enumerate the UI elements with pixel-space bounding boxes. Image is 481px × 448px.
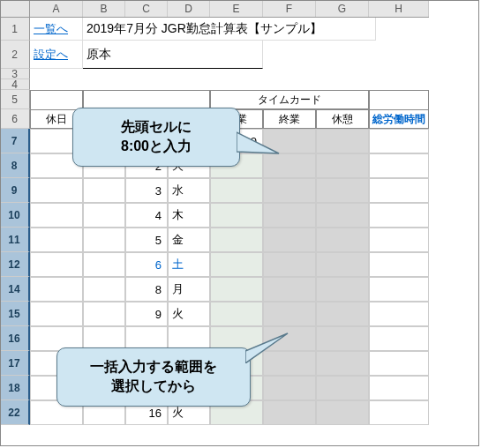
break-time-cell[interactable] bbox=[316, 252, 369, 277]
end-time-cell[interactable] bbox=[263, 400, 316, 425]
row-header-6[interactable]: 6 bbox=[0, 109, 30, 129]
row-header[interactable]: 17 bbox=[0, 351, 30, 376]
col-header-F[interactable]: F bbox=[263, 0, 316, 17]
weekday-cell[interactable]: 土 bbox=[168, 252, 210, 277]
col-header-D[interactable]: D bbox=[168, 0, 210, 17]
total-time-cell[interactable] bbox=[369, 326, 429, 351]
blank-cell[interactable] bbox=[83, 178, 125, 203]
break-time-cell[interactable] bbox=[316, 302, 369, 326]
day-number-cell[interactable]: 6 bbox=[125, 252, 168, 277]
row-header[interactable]: 7 bbox=[0, 129, 30, 153]
end-time-cell[interactable] bbox=[263, 203, 316, 228]
total-time-cell[interactable] bbox=[369, 302, 429, 326]
row-header[interactable]: 22 bbox=[0, 400, 30, 425]
start-time-cell[interactable] bbox=[210, 228, 263, 252]
subtitle-cell[interactable]: 原本 bbox=[83, 41, 263, 69]
end-time-cell[interactable] bbox=[263, 252, 316, 277]
day-number-cell[interactable]: 8 bbox=[125, 277, 168, 302]
empty-header[interactable] bbox=[83, 90, 210, 109]
total-time-cell[interactable] bbox=[369, 252, 429, 277]
list-link[interactable]: 一覧へ bbox=[34, 21, 68, 37]
row-header-4[interactable]: 4 bbox=[0, 79, 30, 90]
total-header[interactable]: 総労働時間 bbox=[369, 109, 429, 129]
total-time-cell[interactable] bbox=[369, 277, 429, 302]
day-number-cell[interactable]: 4 bbox=[125, 203, 168, 228]
break-time-cell[interactable] bbox=[316, 178, 369, 203]
holiday-cell[interactable] bbox=[30, 277, 83, 302]
weekday-cell[interactable]: 木 bbox=[168, 203, 210, 228]
total-time-cell[interactable] bbox=[369, 178, 429, 203]
col-header-A[interactable]: A bbox=[30, 0, 83, 17]
col-header-H[interactable]: H bbox=[369, 0, 429, 17]
start-time-cell[interactable] bbox=[210, 277, 263, 302]
blank-cell[interactable] bbox=[83, 277, 125, 302]
row-header-2[interactable]: 2 bbox=[0, 41, 30, 69]
break-time-cell[interactable] bbox=[316, 376, 369, 400]
title-cell[interactable]: 2019年7月分 JGR勤怠計算表【サンプル】 bbox=[83, 18, 376, 41]
holiday-cell[interactable] bbox=[30, 302, 83, 326]
start-time-cell[interactable] bbox=[210, 252, 263, 277]
end-time-cell[interactable] bbox=[263, 228, 316, 252]
break-time-cell[interactable] bbox=[316, 400, 369, 425]
total-time-cell[interactable] bbox=[369, 203, 429, 228]
blank-cell[interactable] bbox=[83, 302, 125, 326]
row-header[interactable]: 11 bbox=[0, 228, 30, 252]
settings-link[interactable]: 設定へ bbox=[34, 47, 68, 63]
blank-cell[interactable] bbox=[83, 252, 125, 277]
weekday-cell[interactable]: 火 bbox=[168, 302, 210, 326]
end-time-cell[interactable] bbox=[263, 302, 316, 326]
row-header[interactable]: 15 bbox=[0, 302, 30, 326]
total-time-cell[interactable] bbox=[369, 228, 429, 252]
break-time-cell[interactable] bbox=[316, 326, 369, 351]
break-time-cell[interactable] bbox=[316, 153, 369, 178]
break-time-cell[interactable] bbox=[316, 203, 369, 228]
end-time-cell[interactable] bbox=[263, 376, 316, 400]
end-time-cell[interactable] bbox=[263, 178, 316, 203]
row-header[interactable]: 9 bbox=[0, 178, 30, 203]
row-header-5[interactable]: 5 bbox=[0, 90, 30, 109]
start-time-cell[interactable] bbox=[210, 302, 263, 326]
holiday-cell[interactable] bbox=[30, 228, 83, 252]
total-time-cell[interactable] bbox=[369, 153, 429, 178]
break-time-cell[interactable] bbox=[316, 351, 369, 376]
holiday-cell[interactable] bbox=[30, 178, 83, 203]
cell-A2[interactable]: 設定へ bbox=[30, 41, 83, 69]
end-time-cell[interactable] bbox=[263, 277, 316, 302]
total-header-top[interactable] bbox=[369, 90, 429, 109]
total-time-cell[interactable] bbox=[369, 400, 429, 425]
blank-cell[interactable] bbox=[83, 228, 125, 252]
day-number-cell[interactable]: 5 bbox=[125, 228, 168, 252]
break-time-cell[interactable] bbox=[316, 129, 369, 153]
row-header-1[interactable]: 1 bbox=[0, 18, 30, 41]
day-number-cell[interactable]: 3 bbox=[125, 178, 168, 203]
row-header[interactable]: 18 bbox=[0, 376, 30, 400]
weekday-cell[interactable]: 月 bbox=[168, 277, 210, 302]
timecard-header[interactable]: タイムカード bbox=[210, 90, 369, 109]
weekday-cell[interactable]: 水 bbox=[168, 178, 210, 203]
total-time-cell[interactable] bbox=[369, 376, 429, 400]
break-time-cell[interactable] bbox=[316, 277, 369, 302]
cell-A1[interactable]: 一覧へ bbox=[30, 18, 83, 41]
col-header-B[interactable]: B bbox=[83, 0, 125, 17]
row-header[interactable]: 10 bbox=[0, 203, 30, 228]
total-time-cell[interactable] bbox=[369, 129, 429, 153]
start-time-cell[interactable] bbox=[210, 178, 263, 203]
row-header[interactable]: 14 bbox=[0, 277, 30, 302]
select-all-corner[interactable] bbox=[0, 0, 30, 17]
row-header[interactable]: 8 bbox=[0, 153, 30, 178]
holiday-header[interactable] bbox=[30, 90, 83, 109]
blank-cell[interactable] bbox=[83, 203, 125, 228]
col-header-E[interactable]: E bbox=[210, 0, 263, 17]
break-header[interactable]: 休憩 bbox=[316, 109, 369, 129]
holiday-cell[interactable] bbox=[30, 203, 83, 228]
row-header[interactable]: 12 bbox=[0, 252, 30, 277]
holiday-cell[interactable] bbox=[30, 252, 83, 277]
break-time-cell[interactable] bbox=[316, 228, 369, 252]
col-header-C[interactable]: C bbox=[125, 0, 168, 17]
col-header-G[interactable]: G bbox=[316, 0, 369, 17]
row-header[interactable]: 16 bbox=[0, 326, 30, 351]
weekday-cell[interactable]: 金 bbox=[168, 228, 210, 252]
total-time-cell[interactable] bbox=[369, 351, 429, 376]
start-time-cell[interactable] bbox=[210, 203, 263, 228]
day-number-cell[interactable]: 9 bbox=[125, 302, 168, 326]
